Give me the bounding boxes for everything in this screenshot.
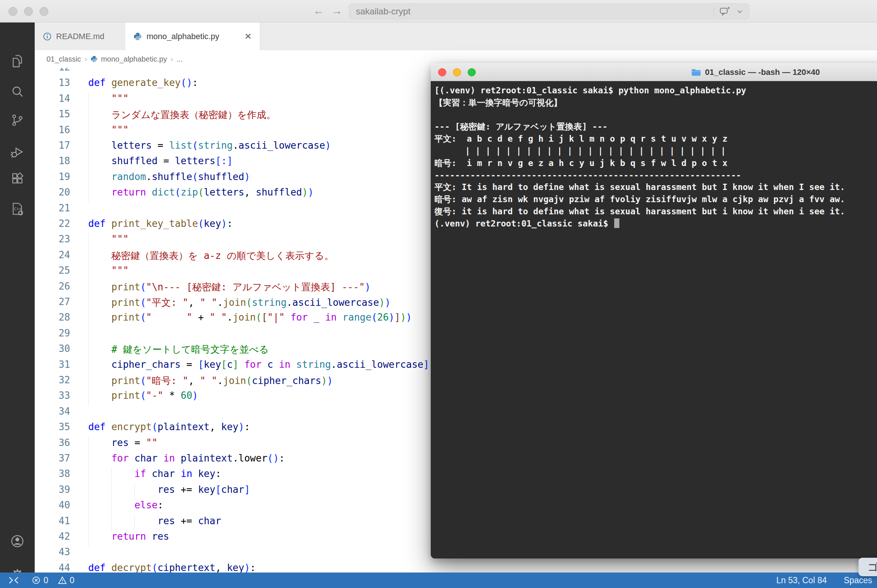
command-center-title: sakailab-crypt: [349, 6, 714, 16]
line-number: 19: [35, 171, 70, 182]
line-number: 34: [35, 406, 70, 417]
divider: [714, 6, 714, 16]
breadcrumb-symbol[interactable]: ...: [176, 55, 183, 63]
code-text: def decrypt(ciphertext, key):: [88, 562, 256, 573]
back-arrow-icon[interactable]: ←: [312, 4, 325, 17]
terminal-line: 暗号: i m r n v g e z a h c y u j k b q s …: [435, 157, 877, 170]
line-number: 23: [35, 234, 70, 244]
line-number: 17: [35, 140, 70, 151]
line-number: 13: [35, 77, 70, 88]
code-text: else:: [88, 500, 164, 510]
python-icon: [133, 32, 142, 41]
code-text: def print_key_table(key):: [88, 218, 233, 229]
warnings-indicator[interactable]: 0: [58, 576, 75, 585]
window-close-button[interactable]: [9, 7, 17, 16]
terminal-zoom-button[interactable]: [468, 68, 476, 76]
line-number: 38: [35, 468, 70, 479]
cpp-tools-icon[interactable]: C++: [0, 201, 35, 216]
breadcrumb-file[interactable]: mono_alphabetic.py: [101, 55, 167, 63]
folder-icon: [691, 68, 701, 77]
errors-count: 0: [44, 576, 48, 585]
chevron-down-icon[interactable]: [736, 8, 744, 15]
code-text: 秘密鍵（置換表）を a-z の順で美しく表示する。: [88, 249, 334, 262]
code-text: """: [88, 265, 129, 276]
terminal-line: 平文: It is hard to define what is sexual …: [435, 181, 877, 193]
line-number: 18: [35, 155, 70, 166]
line-number: 20: [35, 187, 70, 198]
line-number: 22: [35, 218, 70, 229]
run-and-debug-icon[interactable]: [0, 144, 35, 159]
line-number: 35: [35, 421, 70, 432]
line-number: 39: [35, 484, 70, 495]
code-text: # 鍵をソートして暗号文字を並べる: [88, 343, 269, 356]
copilot-chat-icon[interactable]: [719, 6, 731, 17]
line-number: 29: [35, 328, 70, 339]
terminal-line: | | | | | | | | | | | | | | | | | | | | …: [435, 145, 877, 157]
code-text: return res: [88, 531, 169, 542]
code-text: def encrypt(plaintext, key):: [88, 421, 250, 432]
line-number: 27: [35, 296, 70, 307]
line-number: 21: [35, 202, 70, 214]
terminal-body[interactable]: [(.venv) ret2root:01_classic sakai$ pyth…: [431, 81, 877, 558]
ime-candidate-text: ゴ: [867, 560, 877, 575]
line-number: 25: [35, 265, 70, 276]
forward-arrow-icon[interactable]: →: [330, 4, 344, 17]
code-text: """: [88, 234, 129, 244]
line-number: 14: [35, 93, 70, 104]
terminal-line: 復号: it is hard to define what is sexual …: [435, 206, 877, 218]
line-number: 33: [35, 390, 70, 401]
window-zoom-button[interactable]: [39, 7, 48, 16]
code-text: res += key[char]: [88, 484, 250, 495]
search-icon[interactable]: [0, 84, 35, 99]
errors-indicator[interactable]: 0: [32, 576, 48, 585]
code-text: if char in key:: [88, 468, 221, 479]
vscode-titlebar: ← → sakailab-crypt: [0, 0, 877, 22]
line-col-indicator[interactable]: Ln 53, Col 84: [776, 576, 827, 585]
warnings-count: 0: [70, 576, 75, 585]
code-text: shuffled = letters[:]: [88, 155, 233, 166]
line-number: 37: [35, 453, 70, 464]
tab-label: mono_alphabetic.py: [146, 32, 219, 41]
line-number: 43: [35, 546, 70, 557]
terminal-close-button[interactable]: [438, 68, 446, 76]
extensions-icon[interactable]: [0, 172, 35, 187]
line-number: 36: [35, 437, 70, 448]
breadcrumb-folder[interactable]: 01_classic: [47, 55, 81, 63]
tab-readme[interactable]: README.md: [35, 22, 125, 50]
line-number: 32: [35, 374, 70, 386]
explorer-icon[interactable]: [0, 54, 35, 69]
line-number: 15: [35, 108, 70, 120]
terminal-line: (.venv) ret2root:01_classic sakai$: [435, 218, 877, 230]
remote-indicator-icon[interactable]: [8, 576, 22, 585]
code-text: res = "": [88, 437, 158, 448]
terminal-line: [435, 109, 877, 121]
tab-mono-alphabetic[interactable]: mono_alphabetic.py ✕: [125, 22, 260, 50]
line-number: 41: [35, 515, 70, 526]
indent-guide: [88, 327, 89, 344]
terminal-titlebar[interactable]: 01_classic — -bash — 120×40: [431, 63, 877, 81]
code-text: def generate_key():: [88, 77, 198, 88]
code-text: ランダムな置換表（秘密鍵）を作成。: [88, 108, 276, 122]
chevron-right-icon: ›: [84, 56, 87, 63]
line-number: 42: [35, 531, 70, 542]
indentation-indicator[interactable]: Spaces: [844, 576, 877, 585]
window-minimize-button[interactable]: [24, 7, 33, 16]
line-number: 31: [35, 359, 70, 370]
line-number: 16: [35, 124, 70, 135]
code-text: random.shuffle(shuffled): [88, 171, 250, 182]
terminal-line: --- [秘密鍵: アルファベット置換表] ---: [435, 121, 877, 133]
code-text: cipher_chars = [key[c] for c in string.a…: [88, 359, 429, 370]
source-control-icon[interactable]: [0, 113, 35, 128]
line-number: 30: [35, 343, 70, 354]
code-text: print("\n--- [秘密鍵: アルファベット置換表] ---"): [88, 281, 371, 294]
terminal-line: 暗号: aw af zisn wk nvgajv pziw af fvoliy …: [435, 193, 877, 206]
code-text: print(" " + " ".join(["|" for _ in range…: [88, 312, 412, 323]
terminal-line: ----------------------------------------…: [435, 170, 877, 182]
terminal-minimize-button[interactable]: [453, 68, 461, 76]
account-icon[interactable]: [0, 533, 35, 549]
close-icon[interactable]: ✕: [244, 32, 252, 42]
tab-strip: README.md mono_alphabetic.py ✕: [35, 22, 877, 50]
terminal-line: 平文: a b c d e f g h i j k l m n o p q r …: [435, 133, 877, 145]
line-number: 40: [35, 500, 70, 510]
command-center[interactable]: sakailab-crypt: [349, 3, 749, 19]
